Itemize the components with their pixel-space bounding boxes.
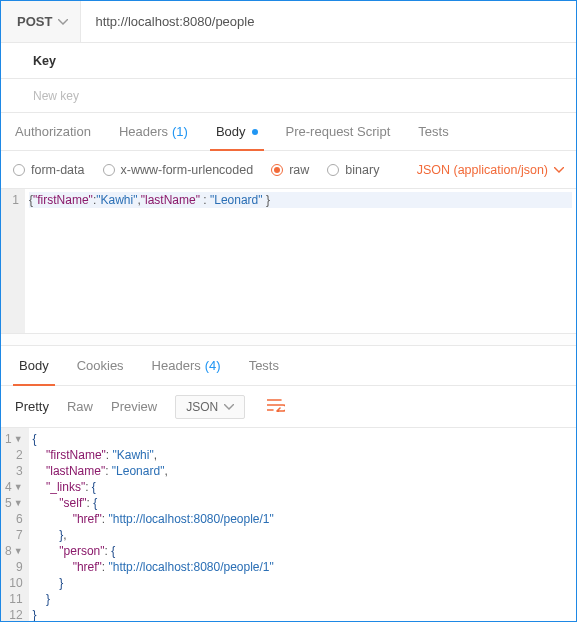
radio-icon bbox=[103, 164, 115, 176]
radio-icon bbox=[327, 164, 339, 176]
request-tabs: Authorization Headers(1) Body Pre-reques… bbox=[1, 113, 576, 151]
response-controls: Pretty Raw Preview JSON bbox=[1, 386, 576, 428]
radio-binary[interactable]: binary bbox=[327, 163, 379, 177]
response-tabs: Body Cookies Headers(4) Tests bbox=[1, 346, 576, 386]
request-body-editor[interactable]: 1 {"firstName":"Kawhi","lastName" : "Leo… bbox=[1, 189, 576, 334]
key-column-header: Key bbox=[33, 54, 56, 68]
url-text: http://localhost:8080/people bbox=[95, 14, 254, 29]
body-dirty-indicator bbox=[252, 129, 258, 135]
chevron-down-icon bbox=[224, 404, 234, 410]
resp-tab-cookies[interactable]: Cookies bbox=[63, 346, 138, 385]
content-type-label: JSON (application/json) bbox=[417, 163, 548, 177]
tab-body[interactable]: Body bbox=[202, 113, 272, 150]
body-type-row: form-data x-www-form-urlencoded raw bina… bbox=[1, 151, 576, 189]
tab-headers[interactable]: Headers(1) bbox=[105, 113, 202, 150]
radio-form-data[interactable]: form-data bbox=[13, 163, 85, 177]
resp-tab-body[interactable]: Body bbox=[5, 346, 63, 385]
resp-headers-count: (4) bbox=[205, 358, 221, 373]
chevron-down-icon bbox=[554, 167, 564, 173]
view-raw-button[interactable]: Raw bbox=[67, 399, 93, 414]
response-lang-dropdown[interactable]: JSON bbox=[175, 395, 245, 419]
http-method-dropdown[interactable]: POST bbox=[1, 1, 81, 42]
view-pretty-button[interactable]: Pretty bbox=[15, 399, 49, 414]
radio-icon bbox=[13, 164, 25, 176]
req-gutter: 1 bbox=[1, 189, 25, 333]
new-param-row[interactable]: New key bbox=[1, 79, 576, 113]
radio-urlencoded[interactable]: x-www-form-urlencoded bbox=[103, 163, 254, 177]
tab-authorization[interactable]: Authorization bbox=[1, 113, 105, 150]
pane-splitter[interactable] bbox=[1, 334, 576, 346]
resp-tab-tests[interactable]: Tests bbox=[235, 346, 293, 385]
wrap-lines-button[interactable] bbox=[263, 394, 289, 419]
params-header-row: Key bbox=[1, 43, 576, 79]
radio-icon bbox=[271, 164, 283, 176]
resp-tab-headers[interactable]: Headers(4) bbox=[138, 346, 235, 385]
http-method-label: POST bbox=[17, 14, 52, 29]
url-input[interactable]: http://localhost:8080/people bbox=[81, 1, 576, 42]
tab-tests[interactable]: Tests bbox=[404, 113, 462, 150]
radio-raw[interactable]: raw bbox=[271, 163, 309, 177]
headers-count: (1) bbox=[172, 124, 188, 139]
chevron-down-icon bbox=[58, 19, 68, 25]
new-key-placeholder: New key bbox=[33, 89, 79, 103]
view-preview-button[interactable]: Preview bbox=[111, 399, 157, 414]
response-body-editor[interactable]: 1▼234▼5▼678▼9101112 { "firstName": "Kawh… bbox=[1, 428, 576, 622]
wrap-icon bbox=[267, 398, 285, 412]
req-code[interactable]: {"firstName":"Kawhi","lastName" : "Leona… bbox=[25, 189, 576, 333]
content-type-dropdown[interactable]: JSON (application/json) bbox=[417, 163, 564, 177]
resp-code[interactable]: { "firstName": "Kawhi", "lastName": "Leo… bbox=[29, 428, 576, 622]
resp-gutter: 1▼234▼5▼678▼9101112 bbox=[1, 428, 29, 622]
tab-prerequest[interactable]: Pre-request Script bbox=[272, 113, 405, 150]
